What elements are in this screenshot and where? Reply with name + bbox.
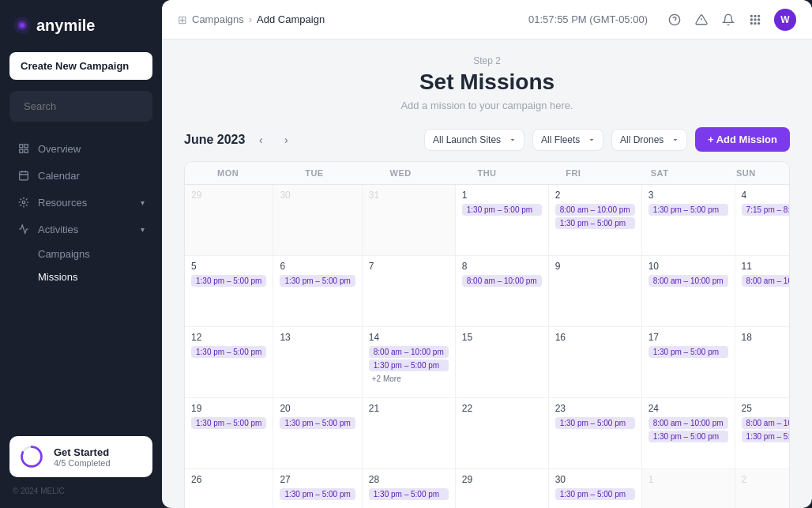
calendar-cell[interactable]: 61:30 pm – 5:00 pm — [273, 256, 362, 327]
create-campaign-button[interactable]: Create New Campaign — [9, 52, 152, 80]
svg-point-2 — [20, 23, 24, 28]
calendar-cell[interactable]: 51:30 pm – 5:00 pm — [185, 256, 273, 327]
event-tag[interactable]: 7:15 pm – 8:00 pm — [742, 204, 790, 216]
fleets-filter[interactable]: All Fleets — [532, 129, 603, 151]
calendar-cell[interactable]: 18 — [735, 327, 790, 398]
event-tag[interactable]: 1:30 pm – 5:00 pm — [648, 431, 728, 442]
user-avatar[interactable]: W — [774, 9, 796, 31]
calendar-cell[interactable]: 171:30 pm – 5:00 pm — [642, 327, 735, 398]
event-tag[interactable]: 8:00 am – 10:00 pm — [742, 275, 790, 287]
event-tag[interactable]: 8:00 am – 10:00 pm — [555, 204, 635, 216]
sidebar-item-overview[interactable]: Overview — [9, 136, 152, 161]
calendar-prev-button[interactable]: ‹ — [251, 130, 270, 149]
event-tag[interactable]: 1:30 pm – 5:00 pm — [280, 275, 355, 287]
event-tag[interactable]: 1:30 pm – 5:00 pm — [191, 346, 266, 358]
sidebar-item-resources[interactable]: Resources ▾ — [9, 190, 152, 215]
event-tag[interactable]: 1:30 pm – 5:00 pm — [555, 417, 635, 429]
calendar-date: 11 — [742, 261, 790, 272]
logo-icon — [13, 16, 32, 35]
event-tag[interactable]: 8:00 am – 10:00 pm — [648, 275, 728, 287]
calendar-cell[interactable]: 271:30 pm – 5:00 pm — [273, 469, 362, 508]
calendar-date: 16 — [555, 332, 635, 343]
event-tag[interactable]: 1:30 pm – 5:00 pm — [191, 275, 266, 287]
event-tag[interactable]: 1:30 pm – 5:00 pm — [555, 217, 635, 229]
calendar-cell[interactable]: 88:00 am – 10:00 pm — [456, 256, 549, 327]
calendar-date: 30 — [555, 474, 635, 485]
event-tag[interactable]: 1:30 pm – 5:00 pm — [369, 488, 449, 500]
sidebar-item-calendar[interactable]: Calendar — [9, 163, 152, 188]
copyright-text: © 2024 MELIC — [9, 487, 152, 495]
launch-sites-filter[interactable]: All Launch Sites — [424, 129, 524, 151]
calendar-date: 8 — [462, 261, 542, 272]
calendar-cell[interactable]: 15 — [456, 327, 549, 398]
calendar-cell[interactable]: 248:00 am – 10:00 pm1:30 pm – 5:00 pm — [642, 398, 735, 469]
calendar-cell[interactable]: 11:30 pm – 5:00 pm — [456, 185, 549, 256]
sidebar-item-campaigns[interactable]: Campaigns — [9, 243, 152, 265]
calendar-cell[interactable]: 2 — [735, 469, 790, 508]
day-header-fri: FRI — [530, 162, 616, 184]
calendar-cell[interactable]: 28:00 am – 10:00 pm1:30 pm – 5:00 pm — [549, 185, 642, 256]
sidebar-item-missions[interactable]: Missions — [9, 266, 152, 288]
event-tag[interactable]: 8:00 am – 10:00 pm — [742, 417, 790, 429]
notification-icon[interactable] — [720, 12, 736, 28]
calendar-cell[interactable]: 121:30 pm – 5:00 pm — [185, 327, 273, 398]
topbar-time: 01:57:55 PM (GMT-05:00) — [528, 13, 648, 25]
calendar-cell[interactable]: 47:15 pm – 8:00 pm — [735, 185, 790, 256]
chevron-down-icon: ▾ — [141, 198, 145, 207]
event-tag[interactable]: 1:30 pm – 5:00 pm — [369, 359, 449, 371]
event-tag[interactable]: 1:30 pm – 5:00 pm — [280, 488, 355, 500]
calendar-cell[interactable]: 9 — [549, 256, 642, 327]
search-input[interactable] — [24, 100, 156, 112]
calendar-cell[interactable]: 201:30 pm – 5:00 pm — [273, 398, 362, 469]
calendar-cell[interactable]: 22 — [456, 398, 549, 469]
calendar-month-display: June 2023 ‹ › — [184, 130, 295, 149]
calendar-date: 2 — [742, 474, 790, 485]
event-tag[interactable]: 1:30 pm – 5:00 pm — [280, 417, 355, 429]
calendar-date: 30 — [280, 190, 355, 201]
event-tag[interactable]: 1:30 pm – 5:00 pm — [648, 204, 728, 216]
alert-icon[interactable] — [694, 12, 709, 28]
logo-text: anymile — [36, 17, 95, 35]
calendar-cell[interactable]: 26 — [185, 469, 273, 508]
day-header-sun: SUN — [703, 162, 789, 184]
logo: anymile — [9, 13, 152, 38]
calendar-cell[interactable]: 118:00 am – 10:00 pm — [735, 256, 790, 327]
calendar-cell[interactable]: 148:00 am – 10:00 pm1:30 pm – 5:00 pm+2 … — [363, 327, 456, 398]
calendar-cell[interactable]: 258:00 am – 10:00 pm1:30 pm – 5:00 pm — [735, 398, 790, 469]
event-tag[interactable]: 1:30 pm – 5:00 pm — [555, 488, 635, 500]
calendar-cell[interactable]: 281:30 pm – 5:00 pm — [363, 469, 456, 508]
calendar-cell[interactable]: 16 — [549, 327, 642, 398]
sidebar: anymile Create New Campaign ⌘ K Overview… — [0, 0, 162, 508]
event-tag[interactable]: 1:30 pm – 5:00 pm — [742, 431, 790, 442]
calendar-cell[interactable]: 108:00 am – 10:00 pm — [642, 256, 735, 327]
calendar-cell[interactable]: 31:30 pm – 5:00 pm — [642, 185, 735, 256]
calendar-cell[interactable]: 29 — [185, 185, 273, 256]
help-icon[interactable] — [667, 12, 682, 28]
apps-icon[interactable] — [747, 12, 763, 28]
event-tag[interactable]: 8:00 am – 10:00 pm — [648, 417, 728, 429]
sidebar-item-activities[interactable]: Activities ▾ — [9, 216, 152, 242]
get-started-widget[interactable]: Get Started 4/5 Completed — [9, 436, 152, 477]
calendar-cell[interactable]: 29 — [456, 469, 549, 508]
calendar-cell[interactable]: 301:30 pm – 5:00 pm — [549, 469, 642, 508]
drones-filter[interactable]: All Drones — [611, 129, 687, 151]
calendar-cell[interactable]: 21 — [363, 398, 456, 469]
event-tag[interactable]: +2 More — [369, 373, 449, 385]
calendar-cell[interactable]: 231:30 pm – 5:00 pm — [549, 398, 642, 469]
calendar-cell[interactable]: 7 — [363, 256, 456, 327]
calendar-next-button[interactable]: › — [276, 130, 295, 149]
event-tag[interactable]: 8:00 am – 10:00 pm — [369, 346, 449, 358]
event-tag[interactable]: 1:30 pm – 5:00 pm — [462, 204, 542, 216]
add-mission-button[interactable]: + Add Mission — [695, 127, 790, 152]
svg-point-16 — [750, 15, 752, 17]
calendar-cell[interactable]: 1 — [642, 469, 735, 508]
calendar-cell[interactable]: 191:30 pm – 5:00 pm — [185, 398, 273, 469]
event-tag[interactable]: 1:30 pm – 5:00 pm — [648, 346, 728, 358]
event-tag[interactable]: 8:00 am – 10:00 pm — [462, 275, 542, 287]
calendar-cell[interactable]: 31 — [363, 185, 456, 256]
sidebar-activities-label: Activities — [38, 224, 78, 235]
calendar-cell[interactable]: 13 — [273, 327, 362, 398]
event-tag[interactable]: 1:30 pm – 5:00 pm — [191, 417, 266, 429]
calendar-cell[interactable]: 30 — [273, 185, 362, 256]
day-header-wed: WED — [358, 162, 444, 184]
